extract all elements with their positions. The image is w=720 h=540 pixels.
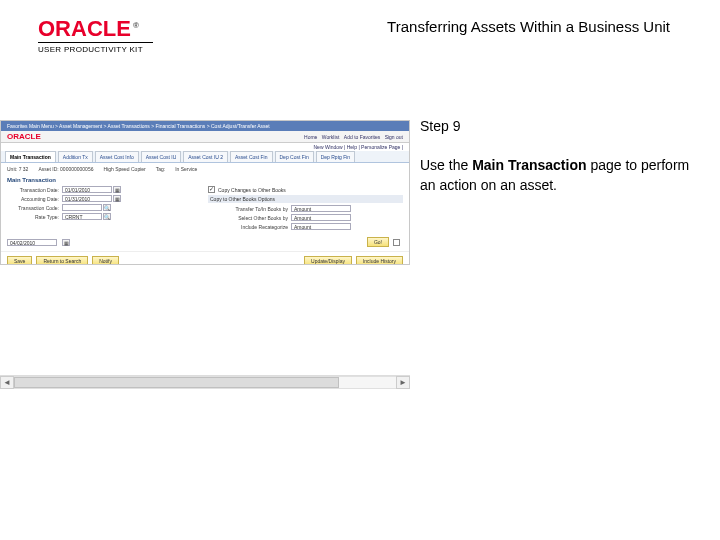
include-history-button[interactable]: Include History xyxy=(356,256,403,265)
instruction-pre: Use the xyxy=(420,157,472,173)
scroll-thumb[interactable] xyxy=(14,377,339,388)
acct-date-label: Accounting Date: xyxy=(7,196,59,202)
link-signout[interactable]: Sign out xyxy=(385,134,403,140)
tab-strip: Main Transaction Addition Tx Asset Cost … xyxy=(1,151,409,163)
product-subtitle: USER PRODUCTIVITY KIT xyxy=(38,45,153,54)
oracle-logo-text: ORACLE xyxy=(38,16,131,41)
link-favorites[interactable]: Add to Favorites xyxy=(344,134,380,140)
embedded-screenshot: Favorites Main Menu > Asset Management >… xyxy=(0,120,410,265)
tab-cost-iu2[interactable]: Asset Cost IU 2 xyxy=(183,151,228,162)
trans-code-input[interactable] xyxy=(62,204,102,211)
scroll-left-button[interactable]: ◄ xyxy=(0,376,14,389)
breadcrumb-text: Favorites Main Menu > Asset Management >… xyxy=(7,123,270,129)
copy-label: Copy Changes to Other Books xyxy=(218,187,286,193)
tab-dep-cost[interactable]: Dep Cost Fin xyxy=(275,151,314,162)
page-title: Transferring Assets Within a Business Un… xyxy=(387,18,670,35)
rate-type-input[interactable]: CRRNT xyxy=(62,213,102,220)
footer-button-row: Save Return to Search Notify Update/Disp… xyxy=(1,251,409,265)
asset-id-label: Asset ID: xyxy=(38,166,58,172)
copy-section-header: Copy to Other Books Options xyxy=(210,196,275,202)
oracle-logo-block: ORACLE® USER PRODUCTIVITY KIT xyxy=(38,18,153,54)
tab-cost-iu[interactable]: Asset Cost IU xyxy=(141,151,182,162)
link-home[interactable]: Home xyxy=(304,134,317,140)
logo-divider xyxy=(38,42,153,43)
asset-desc: High Speed Copier xyxy=(103,166,145,172)
trademark-symbol: ® xyxy=(133,21,139,30)
save-button[interactable]: Save xyxy=(7,256,32,265)
action-label: Select Other Books by xyxy=(208,215,288,221)
rate-type-label: Rate Type: xyxy=(7,214,59,220)
lookup-icon[interactable]: 🔍 xyxy=(103,204,111,211)
trans-date-input[interactable]: 01/01/2010 xyxy=(62,186,112,193)
calendar-icon[interactable]: ▦ xyxy=(113,186,121,193)
unit-label: Unit: xyxy=(7,166,17,172)
instruction-text: Use the Main Transaction page to perform… xyxy=(420,156,700,195)
go-button[interactable]: Go! xyxy=(367,237,389,247)
form-area: Transaction Date: 01/01/2010 ▦ Accountin… xyxy=(1,185,409,233)
trans-code-label: Transaction Code: xyxy=(7,205,59,211)
calendar-icon-2[interactable]: ▦ xyxy=(113,195,121,202)
return-button[interactable]: Return to Search xyxy=(36,256,88,265)
app-header-bar: ORACLE Home Worklist Add to Favorites Si… xyxy=(1,131,409,143)
oracle-logo: ORACLE® xyxy=(38,18,153,40)
trans-date-label: Transaction Date: xyxy=(7,187,59,193)
step-label: Step 9 xyxy=(420,118,700,134)
tab-cost-info[interactable]: Asset Cost Info xyxy=(95,151,139,162)
calendar-icon-3[interactable]: ▦ xyxy=(62,239,70,246)
scroll-track[interactable] xyxy=(14,376,396,389)
instruction-bold: Main Transaction xyxy=(472,157,586,173)
asset-id-value: 000000000056 xyxy=(60,166,93,172)
tag-label: Tag: xyxy=(156,166,165,172)
unit-value: 7 32 xyxy=(19,166,29,172)
notify-button[interactable]: Notify xyxy=(92,256,119,265)
go-date-input[interactable]: 04/02/2010 xyxy=(7,239,57,246)
section-header: Main Transaction xyxy=(1,175,409,185)
tsb-select[interactable]: Amount xyxy=(291,205,351,212)
tsb-label: Transfer To/In Books by xyxy=(208,206,288,212)
lookup-icon-2[interactable]: 🔍 xyxy=(103,213,111,220)
update-display-button[interactable]: Update/Display xyxy=(304,256,352,265)
status-value: In Service xyxy=(175,166,197,172)
mini-oracle-logo: ORACLE xyxy=(7,132,41,141)
header-links: Home Worklist Add to Favorites Sign out xyxy=(301,134,403,140)
copy-checkbox[interactable] xyxy=(208,186,215,193)
include-label: Include Recategorize xyxy=(208,224,288,230)
horizontal-scrollbar[interactable]: ◄ ► xyxy=(0,375,410,389)
acct-date-input[interactable]: 01/31/2010 xyxy=(62,195,112,202)
scroll-right-button[interactable]: ► xyxy=(396,376,410,389)
tab-addition[interactable]: Addition Tx xyxy=(58,151,93,162)
tab-cost-fin[interactable]: Asset Cost Fin xyxy=(230,151,273,162)
tab-dep-rptg[interactable]: Dep Rptg Fin xyxy=(316,151,355,162)
go-checkbox[interactable] xyxy=(393,239,400,246)
link-worklist[interactable]: Worklist xyxy=(322,134,340,140)
window-link-row: New Window | Help | Personalize Page | xyxy=(1,143,409,151)
breadcrumb-bar: Favorites Main Menu > Asset Management >… xyxy=(1,121,409,131)
include-select[interactable]: Amount xyxy=(291,223,351,230)
asset-id-row: Unit: 7 32 Asset ID: 000000000056 High S… xyxy=(1,163,409,175)
action-button-row: 04/02/2010 ▦ Go! xyxy=(1,233,409,251)
tab-main-transaction[interactable]: Main Transaction xyxy=(5,151,56,162)
action-select[interactable]: Amount xyxy=(291,214,351,221)
